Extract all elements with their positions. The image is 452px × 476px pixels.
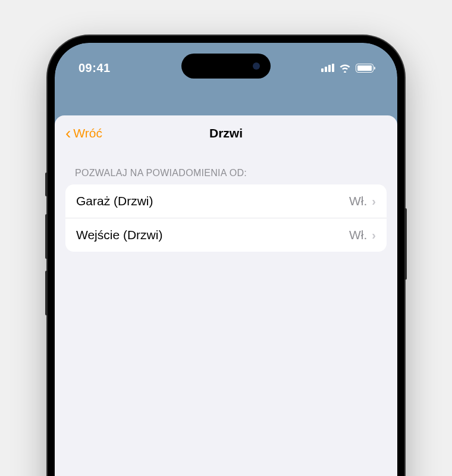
cellular-signal-icon [321, 64, 334, 72]
row-value: Wł. [349, 194, 367, 208]
chevron-right-icon: › [372, 228, 376, 242]
phone-frame: 09:41 [48, 36, 404, 476]
section-header: POZWALAJ NA POWIADOMIENIA OD: [55, 151, 397, 184]
wifi-icon [339, 63, 351, 73]
status-icons [321, 63, 373, 73]
row-value: Wł. [349, 228, 367, 242]
chevron-left-icon: ‹ [65, 125, 71, 142]
row-label: Wejście (Drzwi) [76, 228, 349, 242]
status-time: 09:41 [79, 61, 111, 75]
phone-screen: 09:41 [55, 43, 397, 476]
row-label: Garaż (Drzwi) [76, 194, 349, 208]
list-item-entrance-door[interactable]: Wejście (Drzwi) Wł. › [65, 218, 387, 252]
phone-side-buttons-right [404, 208, 407, 280]
dynamic-island [181, 54, 271, 79]
notifications-list: Garaż (Drzwi) Wł. › Wejście (Drzwi) Wł. … [65, 184, 387, 252]
list-item-garage-door[interactable]: Garaż (Drzwi) Wł. › [65, 184, 387, 218]
chevron-right-icon: › [372, 195, 376, 208]
back-button-label: Wróć [73, 126, 102, 140]
phone-side-buttons-left [45, 173, 48, 327]
camera-dot [253, 62, 260, 70]
settings-sheet: ‹ Wróć Drzwi POZWALAJ NA POWIADOMIENIA O… [55, 115, 397, 476]
navigation-bar: ‹ Wróć Drzwi [55, 115, 397, 151]
back-button[interactable]: ‹ Wróć [65, 125, 102, 142]
page-title: Drzwi [209, 126, 243, 140]
battery-icon [356, 64, 373, 73]
